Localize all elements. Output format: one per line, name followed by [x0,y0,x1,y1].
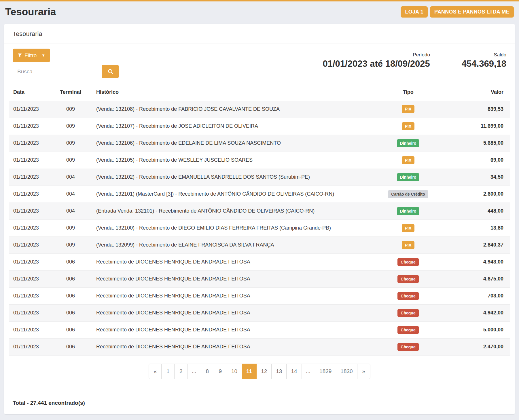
page-title: Tesouraria [5,6,56,18]
value-cell: 703,00 [440,287,510,304]
period-value: 01/01/2023 até 18/09/2025 [323,59,430,69]
page-button[interactable]: 14 [287,364,302,379]
value-cell: 448,00 [440,203,510,219]
terminal-cell: 004 [52,203,89,219]
balance-value: 454.369,18 [462,59,506,69]
funnel-icon [18,53,22,58]
table-row[interactable]: 01/11/2023 009 (Venda: 132108) - Recebim… [9,101,510,118]
type-badge: PIX [402,122,415,130]
page-button[interactable]: 12 [257,364,272,379]
date-cell: 01/11/2023 [9,321,52,338]
page-button[interactable]: 1830 [336,364,357,379]
page-button-active[interactable]: 11 [242,364,257,379]
table-row[interactable]: 01/11/2023 004 (Venda: 132101) (MasterCa… [9,186,510,203]
type-cell: Cheque [376,253,440,270]
transactions-table: Data Terminal Histórico Tipo Valor 01/11… [9,85,510,356]
page-button[interactable]: 2 [175,364,187,379]
type-badge: Cheque [397,343,418,351]
table-row[interactable]: 01/11/2023 006 Recebimento de DIOGENES H… [9,270,510,287]
type-badge: Cheque [397,275,418,283]
terminal-cell: 006 [52,270,89,287]
type-badge: PIX [402,156,415,164]
type-cell: Cheque [376,304,440,321]
value-cell: 4.675,00 [440,270,510,287]
page-button[interactable]: 9 [214,364,227,379]
table-row[interactable]: 01/11/2023 009 (Venda: 132100) - Recebim… [9,219,510,236]
date-cell: 01/11/2023 [9,304,52,321]
table-row[interactable]: 01/11/2023 009 (Venda: 132099) - Recebim… [9,236,510,253]
value-cell: 34,50 [440,169,510,186]
page-header: Tesouraria LOJA 1 PANNOS E PANNOS LTDA M… [4,1,515,24]
page-button[interactable]: » [357,364,370,379]
terminal-cell: 009 [52,135,89,152]
type-badge: PIX [402,105,415,113]
filter-search-block: Filtro ▼ [13,49,119,78]
card-title: Tesouraria [4,24,515,43]
type-cell: PIX [376,118,440,135]
company-button[interactable]: PANNOS E PANNOS LTDA ME [430,6,514,18]
balance-stat: Saldo 454.369,18 [462,52,506,69]
value-cell: 4.943,00 [440,253,510,270]
page: Tesouraria LOJA 1 PANNOS E PANNOS LTDA M… [0,1,519,414]
terminal-cell: 009 [52,101,89,118]
filter-button[interactable]: Filtro ▼ [13,49,50,62]
column-header-terminal: Terminal [52,85,89,101]
type-cell: Cartão de Crédito [376,186,440,203]
table-row[interactable]: 01/11/2023 006 Recebimento de DIOGENES H… [9,253,510,270]
table-row[interactable]: 01/11/2023 006 Recebimento de DIOGENES H… [9,304,510,321]
history-cell: Recebimento de DIOGENES HENRIQUE DE ANDR… [89,270,376,287]
type-badge: PIX [402,241,415,249]
page-button[interactable]: 8 [201,364,214,379]
history-cell: (Venda: 132100) - Recebimento de DIEGO E… [89,219,376,236]
type-cell: Cheque [376,287,440,304]
value-cell: 839,53 [440,101,510,118]
history-cell: (Entrada Venda: 132101) - Recebimento de… [89,203,376,219]
type-cell: Cheque [376,270,440,287]
page-button[interactable]: « [149,364,162,379]
value-cell: 4.942,00 [440,304,510,321]
store-button[interactable]: LOJA 1 [401,6,428,18]
terminal-cell: 004 [52,186,89,203]
date-cell: 01/11/2023 [9,118,52,135]
table-row[interactable]: 01/11/2023 006 Recebimento de DIOGENES H… [9,338,510,355]
page-button[interactable]: ... [302,364,315,379]
history-cell: (Venda: 132107) - Recebimento de JOSE AD… [89,118,376,135]
date-cell: 01/11/2023 [9,236,52,253]
search-button[interactable] [102,65,119,78]
page-button[interactable]: 13 [272,364,287,379]
value-cell: 69,00 [440,152,510,169]
stats-block: Período 01/01/2023 até 18/09/2025 Saldo … [323,49,507,69]
date-cell: 01/11/2023 [9,101,52,118]
table-row[interactable]: 01/11/2023 009 (Venda: 132105) - Recebim… [9,152,510,169]
search-icon [107,68,114,75]
table-row[interactable]: 01/11/2023 009 (Venda: 132106) - Recebim… [9,135,510,152]
value-cell: 2.840,37 [440,236,510,253]
search-group [13,65,119,78]
column-header-data: Data [9,85,52,101]
page-button[interactable]: 1 [162,364,175,379]
tesouraria-card: Tesouraria Filtro ▼ [4,24,515,414]
table-row[interactable]: 01/11/2023 006 Recebimento de DIOGENES H… [9,287,510,304]
type-cell: Cheque [376,321,440,338]
type-badge: Dinheiro [397,173,420,181]
page-button[interactable]: 10 [227,364,242,379]
date-cell: 01/11/2023 [9,219,52,236]
table-row[interactable]: 01/11/2023 009 (Venda: 132107) - Recebim… [9,118,510,135]
table-row[interactable]: 01/11/2023 004 (Entrada Venda: 132101) -… [9,203,510,219]
history-cell: Recebimento de DIOGENES HENRIQUE DE ANDR… [89,321,376,338]
date-cell: 01/11/2023 [9,270,52,287]
page-button[interactable]: 1829 [315,364,336,379]
balance-label: Saldo [462,52,506,58]
date-cell: 01/11/2023 [9,169,52,186]
page-button[interactable]: ... [187,364,201,379]
table-row[interactable]: 01/11/2023 006 Recebimento de DIOGENES H… [9,321,510,338]
history-cell: Recebimento de DIOGENES HENRIQUE DE ANDR… [89,253,376,270]
top-buttons: LOJA 1 PANNOS E PANNOS LTDA ME [401,6,514,18]
type-cell: PIX [376,236,440,253]
type-badge: Cheque [397,258,418,266]
date-cell: 01/11/2023 [9,186,52,203]
search-input[interactable] [13,65,103,78]
pagination: «12...891011121314...18291830» [4,364,515,379]
table-row[interactable]: 01/11/2023 004 (Venda: 132102) - Recebim… [9,169,510,186]
value-cell: 5.685,00 [440,135,510,152]
